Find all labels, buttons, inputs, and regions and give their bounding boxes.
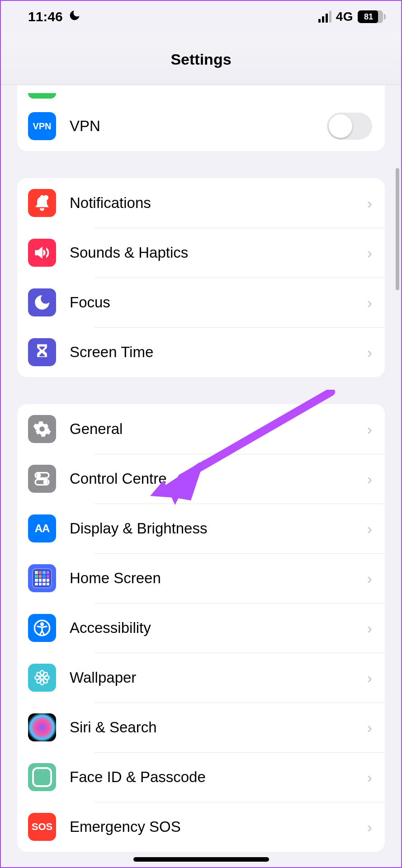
settings-group-alerts: Notifications › Sounds & Haptics › Focus… bbox=[17, 178, 385, 377]
vpn-toggle[interactable] bbox=[327, 113, 372, 140]
page-title: Settings bbox=[1, 33, 401, 85]
status-bar: 11:46 4G 81 bbox=[1, 1, 401, 33]
row-label: Notifications bbox=[70, 194, 367, 212]
row-emergency-sos[interactable]: SOS Emergency SOS › bbox=[17, 802, 385, 852]
row-label: Siri & Search bbox=[70, 719, 367, 736]
row-label: General bbox=[70, 420, 367, 438]
settings-group-connectivity: VPN VPN bbox=[17, 85, 385, 151]
status-time: 11:46 bbox=[28, 9, 63, 24]
siri-icon bbox=[28, 713, 56, 741]
vpn-icon: VPN bbox=[28, 112, 56, 140]
battery-icon: 81 bbox=[358, 10, 383, 23]
accessibility-icon bbox=[28, 614, 56, 642]
row-label: Accessibility bbox=[70, 619, 367, 637]
svg-point-6 bbox=[41, 623, 44, 626]
svg-point-13 bbox=[42, 678, 48, 684]
svg-point-15 bbox=[36, 678, 42, 684]
face-id-icon bbox=[28, 763, 56, 791]
row-general[interactable]: General › bbox=[17, 404, 385, 454]
personal-hotspot-icon-partial bbox=[28, 93, 56, 99]
row-face-id-passcode[interactable]: Face ID & Passcode › bbox=[17, 752, 385, 802]
gear-icon bbox=[28, 415, 56, 443]
chevron-right-icon: › bbox=[367, 420, 372, 438]
home-grid-icon bbox=[28, 564, 56, 592]
hourglass-icon bbox=[28, 338, 56, 366]
svg-point-14 bbox=[42, 671, 48, 678]
text-size-icon: AA bbox=[28, 514, 56, 542]
cellular-signal-icon bbox=[318, 11, 331, 23]
row-home-screen[interactable]: Home Screen › bbox=[17, 553, 385, 603]
chevron-right-icon: › bbox=[367, 619, 372, 637]
do-not-disturb-icon bbox=[68, 9, 81, 25]
chevron-right-icon: › bbox=[367, 570, 372, 587]
bell-icon bbox=[28, 189, 56, 217]
row-label: VPN bbox=[70, 118, 327, 135]
home-indicator bbox=[133, 857, 269, 862]
svg-point-4 bbox=[43, 480, 47, 484]
chevron-right-icon: › bbox=[367, 470, 372, 488]
speaker-icon bbox=[28, 239, 56, 267]
row-focus[interactable]: Focus › bbox=[17, 278, 385, 327]
row-accessibility[interactable]: Accessibility › bbox=[17, 603, 385, 653]
switches-icon bbox=[28, 465, 56, 493]
row-label: Sounds & Haptics bbox=[70, 244, 367, 261]
chevron-right-icon: › bbox=[367, 244, 372, 262]
row-label: Focus bbox=[70, 294, 367, 311]
network-type: 4G bbox=[336, 9, 353, 24]
row-wallpaper[interactable]: Wallpaper › bbox=[17, 653, 385, 703]
chevron-right-icon: › bbox=[367, 818, 372, 836]
scroll-indicator bbox=[396, 168, 399, 290]
row-label: Screen Time bbox=[70, 344, 367, 361]
sos-icon: SOS bbox=[28, 813, 56, 841]
chevron-right-icon: › bbox=[367, 294, 372, 311]
chevron-right-icon: › bbox=[367, 669, 372, 687]
flower-icon bbox=[28, 664, 56, 692]
row-label: Home Screen bbox=[70, 570, 367, 587]
chevron-right-icon: › bbox=[367, 769, 372, 786]
row-vpn[interactable]: VPN VPN bbox=[17, 101, 385, 151]
row-sounds-haptics[interactable]: Sounds & Haptics › bbox=[17, 228, 385, 278]
row-label: Face ID & Passcode bbox=[70, 769, 367, 786]
row-label: Display & Brightness bbox=[70, 520, 367, 537]
chevron-right-icon: › bbox=[367, 194, 372, 212]
row-label: Emergency SOS bbox=[70, 818, 367, 835]
moon-icon bbox=[28, 288, 56, 316]
battery-percent: 81 bbox=[356, 12, 381, 22]
row-display-brightness[interactable]: AA Display & Brightness › bbox=[17, 504, 385, 553]
row-screen-time[interactable]: Screen Time › bbox=[17, 327, 385, 377]
svg-point-0 bbox=[43, 195, 48, 200]
chevron-right-icon: › bbox=[367, 719, 372, 736]
chevron-right-icon: › bbox=[367, 520, 372, 538]
row-notifications[interactable]: Notifications › bbox=[17, 178, 385, 228]
chevron-right-icon: › bbox=[367, 344, 372, 361]
row-control-centre[interactable]: Control Centre › bbox=[17, 454, 385, 504]
row-label: Wallpaper bbox=[70, 669, 367, 686]
row-label: Control Centre bbox=[70, 470, 367, 487]
row-siri-search[interactable]: Siri & Search › bbox=[17, 703, 385, 752]
settings-group-device: General › Control Centre › AA Display & … bbox=[17, 404, 385, 852]
svg-point-12 bbox=[36, 671, 42, 678]
svg-point-2 bbox=[37, 473, 40, 477]
